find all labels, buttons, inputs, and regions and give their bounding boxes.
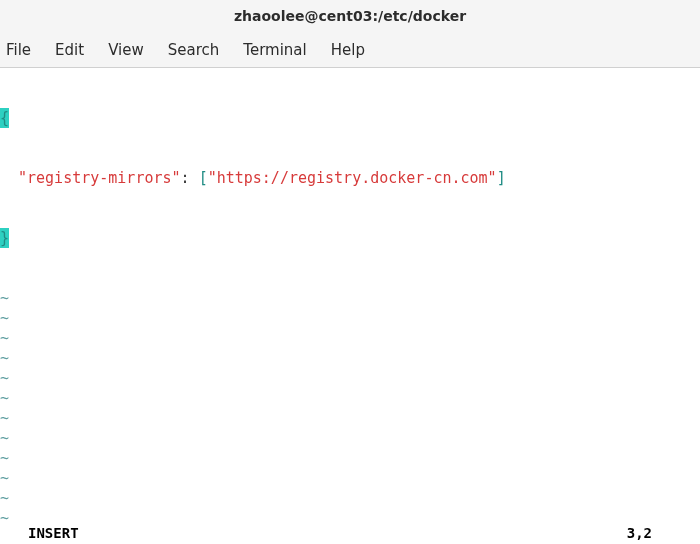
vim-mode: INSERT: [28, 525, 79, 541]
menu-search[interactable]: Search: [156, 35, 232, 65]
empty-line-tilde: ~: [0, 388, 700, 408]
empty-line-tilde: ~: [0, 428, 700, 448]
empty-line-tilde: ~: [0, 468, 700, 488]
menu-view[interactable]: View: [96, 35, 156, 65]
empty-line-tilde: ~: [0, 508, 700, 522]
text-editor[interactable]: { "registry-mirrors": ["https://registry…: [0, 68, 700, 522]
tilde-icon: ~: [0, 288, 12, 308]
menu-edit[interactable]: Edit: [43, 35, 96, 65]
empty-line-tilde: ~: [0, 348, 700, 368]
bracket-close: ]: [497, 168, 506, 188]
tilde-icon: ~: [0, 468, 12, 488]
tilde-icon: ~: [0, 408, 12, 428]
tilde-icon: ~: [0, 368, 12, 388]
tilde-icon: ~: [0, 428, 12, 448]
menu-help[interactable]: Help: [319, 35, 377, 65]
window-title: zhaoolee@cent03:/etc/docker: [234, 8, 466, 24]
brace-open: {: [0, 108, 9, 128]
empty-line-tilde: ~: [0, 288, 700, 308]
status-bar: INSERT 3,2: [0, 522, 700, 544]
empty-line-tilde: ~: [0, 408, 700, 428]
menu-file[interactable]: File: [2, 35, 43, 65]
json-key: "registry-mirrors": [18, 168, 181, 188]
menu-terminal[interactable]: Terminal: [231, 35, 318, 65]
tilde-icon: ~: [0, 328, 12, 348]
tilde-icon: ~: [0, 388, 12, 408]
title-bar: zhaoolee@cent03:/etc/docker: [0, 0, 700, 32]
menu-bar: File Edit View Search Terminal Help: [0, 32, 700, 68]
brace-close-cursor: }: [0, 228, 9, 248]
empty-line-tilde: ~: [0, 368, 700, 388]
editor-line-3: }: [0, 228, 700, 248]
tilde-icon: ~: [0, 508, 12, 522]
empty-line-tilde: ~: [0, 448, 700, 468]
tilde-icon: ~: [0, 348, 12, 368]
tilde-icon: ~: [0, 308, 12, 328]
bracket-open: [: [199, 168, 208, 188]
empty-line-tilde: ~: [0, 488, 700, 508]
empty-line-tilde: ~: [0, 308, 700, 328]
tilde-icon: ~: [0, 448, 12, 468]
editor-line-2: "registry-mirrors": ["https://registry.d…: [0, 168, 700, 188]
colon: :: [181, 168, 199, 188]
cursor-position: 3,2: [627, 525, 692, 541]
editor-line-1: {: [0, 108, 700, 128]
json-value: "https://registry.docker-cn.com": [208, 168, 497, 188]
empty-line-tilde: ~: [0, 328, 700, 348]
tilde-icon: ~: [0, 488, 12, 508]
